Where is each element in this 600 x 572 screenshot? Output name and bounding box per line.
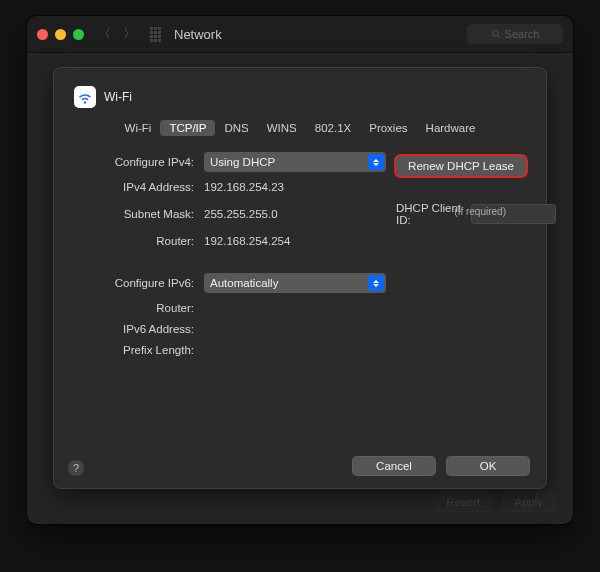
label-ipv6-address: IPv6 Address: [74, 323, 194, 335]
configure-ipv6-select[interactable]: Automatically [204, 273, 386, 293]
subnet-mask-value: 255.255.255.0 [204, 208, 386, 220]
maximize-icon[interactable] [73, 29, 84, 40]
tab-bar: Wi-Fi TCP/IP DNS WINS 802.1X Proxies Har… [74, 120, 526, 136]
back-button[interactable]: 〈 [98, 25, 111, 43]
tab-dns[interactable]: DNS [215, 120, 257, 136]
renew-dhcp-lease-button[interactable]: Renew DHCP Lease [396, 156, 526, 176]
configure-ipv6-value: Automatically [210, 277, 278, 289]
help-button[interactable]: ? [68, 460, 84, 476]
revert-button-bg: Revert [434, 492, 492, 512]
tab-wins[interactable]: WINS [258, 120, 306, 136]
search-icon [491, 29, 501, 39]
label-ipv4-address: IPv4 Address: [74, 181, 194, 193]
label-configure-ipv4: Configure IPv4: [74, 156, 194, 168]
preferences-window: 〈 〉 Network Search Revert Apply [27, 16, 573, 524]
minimize-icon[interactable] [55, 29, 66, 40]
chevron-updown-icon [368, 275, 384, 291]
router-v4-value: 192.168.254.254 [204, 235, 386, 247]
label-router-v6: Router: [74, 302, 194, 314]
configure-ipv4-select[interactable]: Using DHCP [204, 152, 386, 172]
search-input[interactable]: Search [467, 24, 563, 44]
search-placeholder: Search [505, 28, 540, 40]
tab-proxies[interactable]: Proxies [360, 120, 416, 136]
close-icon[interactable] [37, 29, 48, 40]
svg-point-0 [492, 31, 498, 37]
all-prefs-icon[interactable] [150, 28, 164, 40]
svg-line-1 [497, 36, 499, 38]
window-title: Network [174, 27, 222, 42]
tab-8021x[interactable]: 802.1X [306, 120, 360, 136]
tcpip-form: Configure IPv4: Using DHCP IPv4 Address:… [74, 152, 526, 356]
label-subnet-mask: Subnet Mask: [74, 208, 194, 220]
connection-header: Wi-Fi [74, 86, 526, 108]
if-required-note: (If required) [454, 206, 506, 217]
chevron-updown-icon [368, 154, 384, 170]
connection-name: Wi-Fi [104, 90, 132, 104]
tab-hardware[interactable]: Hardware [417, 120, 485, 136]
cancel-button[interactable]: Cancel [352, 456, 436, 476]
apply-button-bg: Apply [502, 492, 555, 512]
tcpip-sheet: Wi-Fi Wi-Fi TCP/IP DNS WINS 802.1X Proxi… [53, 67, 547, 489]
tab-wifi[interactable]: Wi-Fi [116, 120, 161, 136]
label-prefix-length: Prefix Length: [74, 344, 194, 356]
sheet-actions: Cancel OK [352, 456, 530, 476]
forward-button[interactable]: 〉 [123, 25, 136, 43]
wifi-icon [74, 86, 96, 108]
nav-arrows: 〈 〉 [98, 25, 136, 43]
label-router-v4: Router: [74, 235, 194, 247]
label-configure-ipv6: Configure IPv6: [74, 277, 194, 289]
tab-tcpip[interactable]: TCP/IP [160, 120, 215, 136]
titlebar: 〈 〉 Network Search [27, 16, 573, 53]
ipv4-address-value: 192.168.254.23 [204, 181, 386, 193]
ok-button[interactable]: OK [446, 456, 530, 476]
background-actions: Revert Apply [434, 492, 555, 512]
configure-ipv4-value: Using DHCP [210, 156, 275, 168]
window-controls [37, 29, 84, 40]
